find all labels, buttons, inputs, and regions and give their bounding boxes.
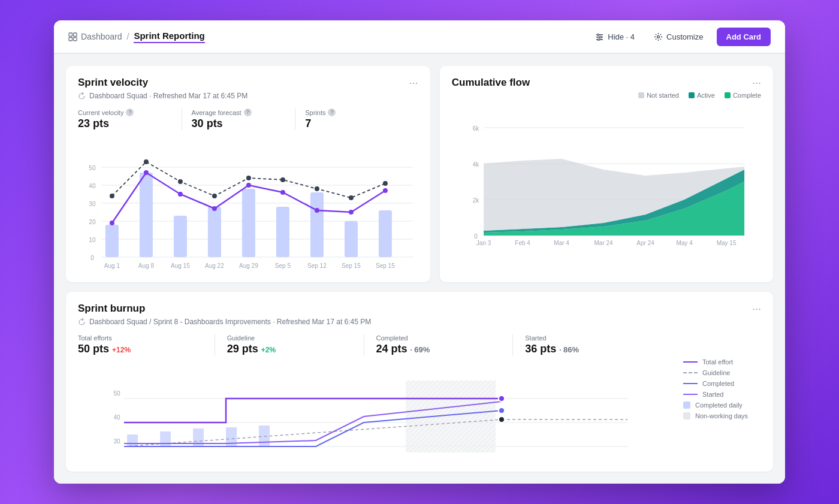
legend-line-completed	[683, 383, 698, 384]
add-card-button[interactable]: Add Card	[717, 28, 771, 46]
svg-text:May 15: May 15	[717, 240, 737, 246]
burnup-subtitle: Dashboard Squad / Sprint 8 - Dashboards …	[78, 318, 761, 326]
burnup-card-header: Sprint burnup ···	[78, 303, 761, 315]
bar-7	[310, 192, 324, 257]
legend-dot-active	[689, 92, 695, 98]
legend-rect-daily	[683, 402, 690, 409]
burnup-stat-guideline: Guideline 29 pts +2%	[227, 334, 364, 355]
bar-6	[276, 207, 289, 257]
legend-label: Complete	[733, 92, 761, 99]
forecast-dot-4	[212, 194, 217, 198]
breadcrumb-current: Sprint Reporting	[134, 31, 204, 43]
svg-text:May 4: May 4	[676, 240, 693, 246]
velocity-dot-9	[383, 188, 388, 193]
svg-text:Apr 24: Apr 24	[636, 240, 654, 246]
completed-pct: 69%	[414, 345, 430, 354]
cumulative-legend: Not started Active Complete	[452, 92, 761, 99]
stat-label-text: Average forecast	[192, 109, 242, 116]
cumulative-card-header: Cumulative flow ···	[452, 77, 761, 89]
burnup-stats: Total efforts 50 pts +12% Guideline 29 p…	[78, 334, 674, 355]
svg-text:Mar 4: Mar 4	[554, 240, 569, 246]
burnup-main: Total efforts 50 pts +12% Guideline 29 p…	[78, 334, 674, 461]
svg-text:Feb 4: Feb 4	[515, 240, 530, 246]
stat-avg-forecast: Average forecast ? 30 pts	[192, 108, 296, 130]
velocity-dot-6	[280, 190, 285, 195]
legend-label-daily: Completed daily	[695, 402, 743, 409]
svg-text:0: 0	[474, 233, 478, 240]
velocity-chart: 0 10 20 30 40 50	[78, 137, 418, 271]
cumulative-more-button[interactable]: ···	[752, 77, 761, 89]
top-row: Sprint velocity ··· Dashboard Squad · Re…	[66, 66, 773, 282]
svg-text:Aug 15: Aug 15	[171, 262, 190, 269]
guideline-change: +2%	[261, 346, 276, 354]
svg-text:10: 10	[89, 237, 96, 243]
legend-line-guideline	[683, 372, 698, 373]
burnup-body: Total efforts 50 pts +12% Guideline 29 p…	[78, 334, 761, 461]
legend-label-total: Total effort	[702, 358, 733, 366]
legend-dot-not-started	[638, 92, 644, 98]
forecast-dot-5	[246, 176, 251, 180]
customize-button[interactable]: Customize	[648, 29, 709, 45]
svg-text:20: 20	[89, 219, 96, 225]
svg-text:4k: 4k	[473, 161, 480, 168]
sliders-icon	[595, 32, 604, 41]
refresh-icon-burnup	[78, 318, 86, 326]
burnup-chart: 30 40 50 points	[78, 363, 674, 461]
svg-point-9	[598, 38, 600, 40]
daily-bar-5	[259, 425, 270, 446]
breadcrumb-separator: /	[127, 32, 129, 41]
svg-rect-3	[74, 37, 77, 41]
svg-point-10	[657, 35, 660, 38]
svg-text:40: 40	[113, 414, 120, 421]
gear-icon	[654, 32, 663, 41]
svg-text:Aug 29: Aug 29	[239, 262, 258, 269]
velocity-dot-7	[315, 208, 319, 213]
legend-not-started: Not started	[638, 92, 679, 99]
legend-total-effort: Total effort	[683, 358, 761, 366]
legend-line-started	[683, 394, 698, 395]
header-actions: Hide · 4 Customize Add Card	[589, 28, 771, 46]
velocity-stats: Current velocity ? 23 pts Average foreca…	[78, 108, 418, 130]
svg-text:0: 0	[90, 255, 94, 261]
velocity-card: Sprint velocity ··· Dashboard Squad · Re…	[66, 66, 430, 282]
cumulative-chart: 0 2k 4k 6k	[452, 104, 761, 250]
svg-text:Sep 15: Sep 15	[376, 262, 395, 269]
bar-1	[105, 225, 119, 257]
burnup-subtitle-text: Dashboard Squad / Sprint 8 - Dashboards …	[89, 318, 371, 326]
stat-value: 23 pts	[78, 117, 172, 130]
velocity-dot-3	[178, 192, 183, 197]
stat-value: 7	[305, 117, 399, 130]
svg-text:Aug 1: Aug 1	[104, 262, 120, 269]
legend-label-completed: Completed	[702, 380, 734, 387]
forecast-dot-2	[144, 159, 149, 164]
legend-completed: Completed	[683, 380, 761, 387]
legend-started: Started	[683, 391, 761, 398]
velocity-dot-2	[144, 170, 149, 175]
hide-button[interactable]: Hide · 4	[589, 29, 641, 45]
burnup-stat-completed: Completed 24 pts · 69%	[376, 334, 514, 355]
dashboard-link[interactable]: Dashboard	[68, 32, 122, 41]
svg-text:Aug 22: Aug 22	[205, 262, 224, 269]
legend-rect-nonworking	[683, 412, 690, 420]
velocity-dot-4	[212, 206, 217, 211]
legend-nonworking: Non-working days	[683, 412, 761, 420]
legend-label-nonworking: Non-working days	[695, 412, 748, 420]
info-icon: ?	[244, 108, 252, 116]
svg-point-8	[600, 36, 602, 38]
guideline-dot	[499, 417, 505, 422]
svg-text:Aug 8: Aug 8	[138, 262, 155, 269]
velocity-more-button[interactable]: ···	[409, 77, 418, 89]
legend-label-guideline: Guideline	[702, 369, 730, 376]
completed-dot	[499, 408, 505, 414]
info-icon: ?	[328, 108, 336, 116]
velocity-subtitle-text: Dashboard Squad · Refreshed Mar 17 at 6:…	[89, 92, 248, 100]
header: Dashboard / Sprint Reporting Hide · 4	[54, 20, 785, 54]
burnup-more-button[interactable]: ···	[752, 303, 761, 315]
svg-text:40: 40	[89, 183, 96, 189]
legend-complete: Complete	[725, 92, 761, 99]
bar-5	[242, 189, 255, 257]
svg-text:Jan 3: Jan 3	[476, 240, 491, 246]
svg-rect-1	[74, 33, 77, 37]
legend-active: Active	[689, 92, 715, 99]
legend-completed-daily: Completed daily	[683, 402, 761, 409]
